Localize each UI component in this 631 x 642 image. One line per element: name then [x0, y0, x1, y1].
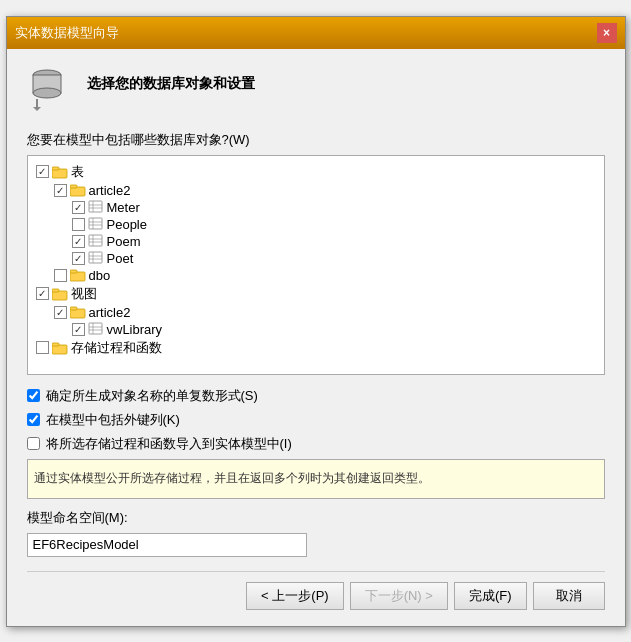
svg-rect-13: [89, 218, 102, 229]
tree-item-poem[interactable]: Poem: [72, 233, 596, 250]
article2-tables-label: article2: [89, 183, 131, 198]
foreign-keys-label: 在模型中包括外键列(K): [46, 411, 180, 429]
tree-section-label: 您要在模型中包括哪些数据库对象?(W): [27, 131, 605, 149]
database-icon: [27, 65, 75, 113]
svg-rect-9: [89, 201, 102, 212]
checkbox-dbo-tables[interactable]: [54, 269, 67, 282]
folder-icon-tables: [52, 165, 68, 179]
header-subtitle: 选择您的数据库对象和设置: [87, 65, 255, 93]
folder-icon-article2-views: [70, 305, 86, 319]
vwlibrary-label: vwLibrary: [107, 322, 163, 337]
title-text: 实体数据模型向导: [15, 24, 119, 42]
views-root-label: 视图: [71, 285, 97, 303]
title-bar-left: 实体数据模型向导: [15, 24, 119, 42]
checkbox-people[interactable]: [72, 218, 85, 231]
tooltip-text: 通过实体模型公开所选存储过程，并且在返回多个列时为其创建返回类型。: [34, 470, 430, 487]
singular-plural-checkbox[interactable]: [27, 389, 40, 402]
article2-views-label: article2: [89, 305, 131, 320]
svg-rect-31: [89, 323, 102, 334]
singular-plural-row: 确定所生成对象名称的单复数形式(S): [27, 387, 605, 405]
svg-point-2: [33, 88, 61, 98]
table-icon-poem: [88, 234, 104, 248]
people-label: People: [107, 217, 147, 232]
checkbox-poem[interactable]: [72, 235, 85, 248]
namespace-input-row: [27, 533, 605, 557]
import-sprocs-checkbox[interactable]: [27, 437, 40, 450]
tree-item-article2-tables[interactable]: article2: [54, 182, 596, 199]
back-button[interactable]: < 上一步(P): [246, 582, 344, 610]
tree-item-article2-views[interactable]: article2: [54, 304, 596, 321]
tree-item-vwlibrary[interactable]: vwLibrary: [72, 321, 596, 338]
options-section: 确定所生成对象名称的单复数形式(S) 在模型中包括外键列(K) 将所选存储过程和…: [27, 387, 605, 453]
tree-item-root-tables[interactable]: 表: [36, 162, 596, 182]
poem-label: Poem: [107, 234, 141, 249]
cancel-button[interactable]: 取消: [533, 582, 605, 610]
tree-box: 表 article2: [27, 155, 605, 375]
namespace-input[interactable]: [27, 533, 307, 557]
svg-rect-17: [89, 235, 102, 246]
tree-item-dbo-tables[interactable]: dbo: [54, 267, 596, 284]
checkbox-article2-views[interactable]: [54, 306, 67, 319]
table-icon-vwlibrary: [88, 322, 104, 336]
namespace-label: 模型命名空间(M):: [27, 509, 128, 527]
finish-button[interactable]: 完成(F): [454, 582, 527, 610]
tree-item-meter[interactable]: Meter: [72, 199, 596, 216]
meter-label: Meter: [107, 200, 140, 215]
svg-rect-26: [70, 270, 77, 273]
foreign-keys-row: 在模型中包括外键列(K): [27, 411, 605, 429]
table-icon-people: [88, 217, 104, 231]
table-icon-poet: [88, 251, 104, 265]
svg-rect-8: [70, 185, 77, 188]
svg-rect-36: [52, 343, 59, 346]
bottom-buttons: < 上一步(P) 下一步(N) > 完成(F) 取消: [27, 571, 605, 610]
tree-item-poet[interactable]: Poet: [72, 250, 596, 267]
folder-icon-sprocs: [52, 341, 68, 355]
checkbox-root-sprocs[interactable]: [36, 341, 49, 354]
svg-marker-4: [33, 107, 41, 111]
checkbox-vwlibrary[interactable]: [72, 323, 85, 336]
singular-plural-label: 确定所生成对象名称的单复数形式(S): [46, 387, 258, 405]
close-button[interactable]: ×: [597, 23, 617, 43]
table-icon-meter: [88, 200, 104, 214]
tooltip-area: 通过实体模型公开所选存储过程，并且在返回多个列时为其创建返回类型。: [27, 459, 605, 499]
poet-label: Poet: [107, 251, 134, 266]
svg-rect-6: [52, 167, 59, 170]
dialog-body: 选择您的数据库对象和设置 您要在模型中包括哪些数据库对象?(W) 表: [7, 49, 625, 626]
title-bar: 实体数据模型向导 ×: [7, 17, 625, 49]
checkbox-root-tables[interactable]: [36, 165, 49, 178]
folder-icon-dbo-tables: [70, 268, 86, 282]
import-sprocs-row: 将所选存储过程和函数导入到实体模型中(I): [27, 435, 605, 453]
foreign-keys-checkbox[interactable]: [27, 413, 40, 426]
tree-item-root-views[interactable]: 视图: [36, 284, 596, 304]
namespace-row: 模型命名空间(M):: [27, 509, 605, 527]
folder-icon-article2-tables: [70, 183, 86, 197]
svg-rect-30: [70, 307, 77, 310]
dbo-tables-label: dbo: [89, 268, 111, 283]
tree-item-root-sprocs[interactable]: 存储过程和函数: [36, 338, 596, 358]
next-button[interactable]: 下一步(N) >: [350, 582, 448, 610]
tables-root-label: 表: [71, 163, 84, 181]
import-sprocs-label: 将所选存储过程和函数导入到实体模型中(I): [46, 435, 292, 453]
checkbox-root-views[interactable]: [36, 287, 49, 300]
checkbox-article2-tables[interactable]: [54, 184, 67, 197]
sprocs-root-label: 存储过程和函数: [71, 339, 162, 357]
header-section: 选择您的数据库对象和设置: [27, 65, 605, 113]
svg-rect-21: [89, 252, 102, 263]
checkbox-poet[interactable]: [72, 252, 85, 265]
main-dialog: 实体数据模型向导 × 选择您的数据库对象和设置 您要在模型中包括哪些数据库对象?…: [6, 16, 626, 627]
svg-rect-28: [52, 289, 59, 292]
checkbox-meter[interactable]: [72, 201, 85, 214]
tree-item-people[interactable]: People: [72, 216, 596, 233]
folder-icon-views: [52, 287, 68, 301]
